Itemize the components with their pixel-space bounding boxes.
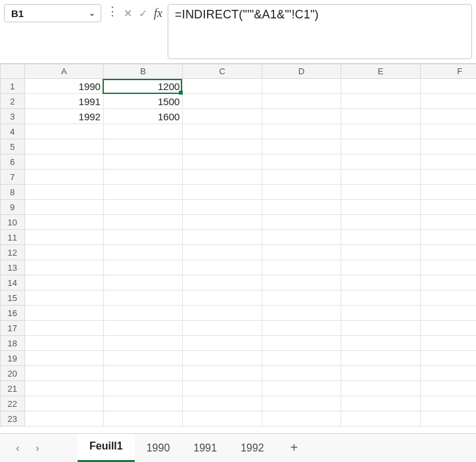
cell-C7[interactable] — [183, 170, 262, 185]
row-header-7[interactable]: 7 — [1, 170, 25, 185]
cell-E17[interactable] — [341, 321, 420, 336]
cell-A11[interactable] — [24, 230, 103, 245]
cell-D17[interactable] — [262, 321, 341, 336]
spreadsheet-grid[interactable]: ABCDEF1199012002199115003199216004567891… — [0, 63, 476, 433]
cell-C16[interactable] — [183, 306, 262, 321]
menu-dots-icon[interactable]: ⋮ — [107, 4, 118, 18]
cell-B15[interactable] — [103, 290, 182, 306]
cell-E21[interactable] — [341, 381, 420, 396]
cell-B23[interactable] — [103, 411, 182, 427]
row-header-17[interactable]: 17 — [1, 321, 25, 336]
cell-C20[interactable] — [183, 366, 262, 381]
tab-nav-prev[interactable]: ‹ — [9, 440, 26, 457]
cell-F20[interactable] — [420, 366, 476, 381]
cell-B19[interactable] — [103, 351, 182, 366]
cell-E5[interactable] — [341, 139, 420, 154]
cell-B18[interactable] — [103, 336, 182, 351]
accept-icon[interactable]: ✓ — [139, 7, 147, 20]
cell-B22[interactable] — [103, 396, 182, 411]
cell-E16[interactable] — [341, 306, 420, 321]
cell-B12[interactable] — [103, 245, 182, 260]
cell-E22[interactable] — [341, 396, 420, 411]
cell-C1[interactable] — [183, 79, 262, 94]
cell-D8[interactable] — [262, 185, 341, 200]
cell-E4[interactable] — [341, 124, 420, 139]
cell-E15[interactable] — [341, 290, 420, 306]
sheet-tab-1991[interactable]: 1991 — [181, 436, 229, 462]
cell-F12[interactable] — [420, 245, 476, 260]
row-header-19[interactable]: 19 — [1, 351, 25, 366]
cell-F10[interactable] — [420, 215, 476, 230]
row-header-11[interactable]: 11 — [1, 230, 25, 245]
sheet-tab-1992[interactable]: 1992 — [229, 436, 276, 462]
cell-A13[interactable] — [24, 260, 103, 275]
cell-E2[interactable] — [341, 94, 420, 109]
cell-D7[interactable] — [262, 170, 341, 185]
cell-C8[interactable] — [183, 185, 262, 200]
cell-A4[interactable] — [24, 124, 103, 139]
cell-D5[interactable] — [262, 139, 341, 154]
cell-C14[interactable] — [183, 275, 262, 290]
cell-D6[interactable] — [262, 154, 341, 170]
cell-C23[interactable] — [183, 411, 262, 427]
cell-F23[interactable] — [420, 411, 476, 427]
cell-A15[interactable] — [24, 290, 103, 306]
column-header-C[interactable]: C — [183, 64, 262, 79]
cell-D15[interactable] — [262, 290, 341, 306]
row-header-4[interactable]: 4 — [1, 124, 25, 139]
cell-A16[interactable] — [24, 306, 103, 321]
cell-B5[interactable] — [103, 139, 182, 154]
cell-C3[interactable] — [183, 109, 262, 124]
cell-C4[interactable] — [183, 124, 262, 139]
cell-D13[interactable] — [262, 260, 341, 275]
cell-D18[interactable] — [262, 336, 341, 351]
cell-B16[interactable] — [103, 306, 182, 321]
fx-icon[interactable]: fx — [154, 7, 162, 20]
cell-F21[interactable] — [420, 381, 476, 396]
cell-A2[interactable]: 1991 — [24, 94, 103, 109]
cell-A18[interactable] — [24, 336, 103, 351]
cell-E13[interactable] — [341, 260, 420, 275]
sheet-tab-Feuill1[interactable]: Feuill1 — [78, 434, 135, 462]
cell-E18[interactable] — [341, 336, 420, 351]
cell-F18[interactable] — [420, 336, 476, 351]
cell-F22[interactable] — [420, 396, 476, 411]
row-header-15[interactable]: 15 — [1, 290, 25, 306]
cell-D23[interactable] — [262, 411, 341, 427]
cell-A10[interactable] — [24, 215, 103, 230]
cell-C9[interactable] — [183, 200, 262, 215]
cell-F9[interactable] — [420, 200, 476, 215]
column-header-E[interactable]: E — [341, 64, 420, 79]
cell-C13[interactable] — [183, 260, 262, 275]
cell-E12[interactable] — [341, 245, 420, 260]
row-header-3[interactable]: 3 — [1, 109, 25, 124]
cell-C12[interactable] — [183, 245, 262, 260]
cell-B17[interactable] — [103, 321, 182, 336]
row-header-20[interactable]: 20 — [1, 366, 25, 381]
column-header-A[interactable]: A — [24, 64, 103, 79]
row-header-14[interactable]: 14 — [1, 275, 25, 290]
cell-F15[interactable] — [420, 290, 476, 306]
row-header-21[interactable]: 21 — [1, 381, 25, 396]
cell-A5[interactable] — [24, 139, 103, 154]
cell-F17[interactable] — [420, 321, 476, 336]
cell-E9[interactable] — [341, 200, 420, 215]
cell-B10[interactable] — [103, 215, 182, 230]
cell-D21[interactable] — [262, 381, 341, 396]
cell-A21[interactable] — [24, 381, 103, 396]
cell-A3[interactable]: 1992 — [24, 109, 103, 124]
cell-C2[interactable] — [183, 94, 262, 109]
cell-C19[interactable] — [183, 351, 262, 366]
column-header-D[interactable]: D — [262, 64, 341, 79]
cell-A14[interactable] — [24, 275, 103, 290]
cell-C17[interactable] — [183, 321, 262, 336]
cell-E23[interactable] — [341, 411, 420, 427]
cell-E1[interactable] — [341, 79, 420, 94]
cell-D14[interactable] — [262, 275, 341, 290]
tab-nav-next[interactable]: › — [29, 440, 46, 457]
cell-A17[interactable] — [24, 321, 103, 336]
cell-D3[interactable] — [262, 109, 341, 124]
cell-F8[interactable] — [420, 185, 476, 200]
cell-E20[interactable] — [341, 366, 420, 381]
cell-C6[interactable] — [183, 154, 262, 170]
